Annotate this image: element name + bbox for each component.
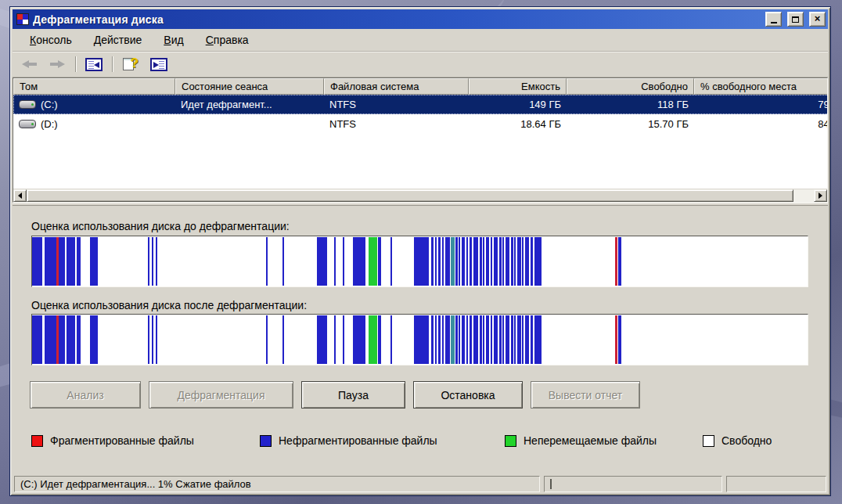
status-text: (C:) Идет дефрагментация... 1% Сжатие фа…	[14, 476, 540, 492]
disk-map-stripe	[451, 315, 455, 364]
disk-map-stripe	[317, 315, 327, 364]
scrollbar-thumb[interactable]	[27, 189, 793, 202]
volume-row[interactable]: (D:)NTFS18.64 ГБ15.70 ГБ84 %	[13, 114, 828, 134]
disk-map-stripe	[531, 315, 533, 364]
disk-map-stripe	[282, 315, 284, 364]
disk-map-stripe	[473, 315, 478, 364]
column-header-session_status[interactable]: Состояние сеанса	[175, 78, 324, 95]
status-progress-tick	[550, 479, 552, 489]
disk-map-stripe	[334, 315, 336, 364]
disk-map-stripe	[148, 315, 149, 364]
scroll-left-icon	[18, 193, 22, 199]
disk-map-stripe	[506, 237, 510, 286]
defrag-pane: Оценка использования диска до дефрагмент…	[13, 206, 828, 473]
menu-item-2[interactable]: Вид	[154, 31, 193, 49]
disk-map-stripe	[522, 315, 524, 364]
cell-volume: (C:)	[13, 99, 175, 110]
action-pane-icon	[150, 58, 167, 71]
column-header-volume[interactable]: Том	[13, 78, 175, 95]
show-action-pane-button[interactable]	[149, 55, 169, 74]
disk-map-stripe	[615, 315, 617, 364]
drive-icon	[19, 120, 36, 128]
disk-map-stripe	[77, 237, 81, 286]
disk-map-stripe	[514, 237, 516, 286]
disk-map-stripe	[431, 237, 434, 286]
legend-item: Свободно	[703, 434, 772, 447]
menu-item-3[interactable]: Справка	[196, 31, 258, 49]
defragment-button[interactable]: Дефрагментация	[149, 381, 293, 409]
disk-map-stripe	[506, 315, 510, 364]
menu-item-1[interactable]: Действие	[85, 31, 152, 49]
disk-map-stripe	[343, 237, 344, 286]
app-icon	[16, 13, 29, 25]
disk-map-stripe	[511, 315, 513, 364]
analyze-button[interactable]: Анализ	[30, 381, 141, 409]
legend-swatch	[703, 435, 714, 447]
column-header-pct_free[interactable]: % свободного места	[694, 78, 828, 95]
disk-map-stripe	[459, 315, 460, 364]
scroll-right-icon	[819, 193, 822, 199]
cell-volume: (D:)	[13, 118, 175, 130]
cell-capacity: 149 ГБ	[469, 99, 567, 110]
disk-map-stripe	[431, 315, 434, 364]
window-title: Дефрагментация диска	[33, 13, 761, 26]
close-button[interactable]: ×	[809, 12, 826, 27]
toolbar-separator	[112, 56, 113, 72]
column-header-free_space[interactable]: Свободно	[567, 78, 694, 95]
disk-map-stripe	[90, 237, 98, 286]
scroll-left-button[interactable]	[13, 189, 27, 202]
disk-map-stripe	[77, 315, 81, 364]
cell-session_status: Идет дефрагмент...	[175, 99, 324, 110]
disk-map-stripe	[499, 315, 502, 364]
disk-map-stripe	[473, 237, 478, 286]
toolbar-separator	[75, 56, 76, 72]
disk-map-stripe	[462, 315, 465, 364]
volume-list-header: ТомСостояние сеансаФайловая системаЕмкос…	[13, 78, 828, 95]
disk-map-stripe	[494, 237, 498, 286]
disk-map-stripe	[435, 237, 437, 286]
forward-button[interactable]	[47, 55, 67, 74]
disk-map-stripe	[317, 237, 327, 286]
title-bar[interactable]: Дефрагментация диска ×	[13, 9, 828, 29]
legend-label: Неперемещаемые файлы	[524, 434, 657, 447]
view-report-button[interactable]: Вывести отчет	[531, 381, 640, 409]
disk-map-stripe	[156, 237, 157, 286]
horizontal-scrollbar[interactable]	[13, 189, 827, 202]
disk-map-stripe	[334, 237, 336, 286]
disk-map-stripe	[531, 237, 533, 286]
defrag-window: Дефрагментация диска × КонсольДействиеВи…	[9, 6, 831, 496]
maximize-button[interactable]	[787, 12, 804, 27]
help-icon: ?	[123, 56, 139, 72]
show-console-tree-button[interactable]	[84, 55, 104, 74]
disk-map-stripe	[618, 237, 621, 286]
disk-map-stripe	[522, 237, 524, 286]
disk-map-stripe	[455, 315, 458, 364]
console-tree-icon	[85, 58, 103, 71]
legend-label: Фрагментированные файлы	[50, 434, 194, 447]
drive-icon	[19, 100, 36, 109]
pause-button[interactable]: Пауза	[301, 381, 405, 409]
column-header-file_system[interactable]: Файловая система	[324, 78, 469, 95]
disk-map-stripe	[445, 315, 450, 364]
disk-map-stripe	[491, 315, 492, 364]
menu-bar: КонсольДействиеВидСправка	[13, 29, 828, 52]
disk-map-stripe	[378, 315, 381, 364]
minimize-button[interactable]	[765, 12, 782, 27]
disk-map-stripe	[502, 315, 504, 364]
column-header-capacity[interactable]: Емкость	[469, 78, 567, 95]
disk-map-stripe	[353, 315, 365, 364]
volume-row[interactable]: (C:)Идет дефрагмент...NTFS149 ГБ118 ГБ79…	[13, 95, 828, 114]
scrollbar-track[interactable]	[27, 189, 814, 202]
stop-button[interactable]: Остановка	[413, 381, 523, 409]
disk-map-stripe	[517, 315, 520, 364]
disk-map-stripe	[378, 237, 381, 286]
scroll-right-button[interactable]	[814, 189, 827, 202]
legend-item: Нефрагментированные файлы	[260, 434, 437, 447]
disk-map-stripe	[451, 237, 455, 286]
disk-map-stripe	[438, 315, 441, 364]
help-button[interactable]: ?	[121, 55, 141, 74]
back-button[interactable]	[19, 55, 39, 74]
minimize-icon	[771, 22, 777, 23]
menu-item-0[interactable]: Консоль	[20, 31, 81, 49]
disk-map-stripe	[435, 315, 437, 364]
